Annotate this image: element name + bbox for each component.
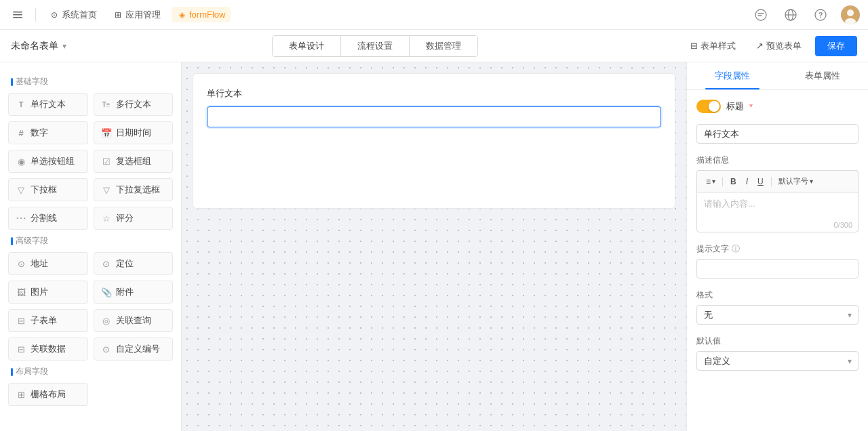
field-subtable-label: 子表单 — [31, 314, 57, 327]
tab-data-management[interactable]: 数据管理 — [410, 36, 477, 56]
nav-home-label: 系统首页 — [62, 9, 97, 21]
right-tab-table-props[interactable]: 表单属性 — [778, 62, 869, 89]
svg-rect-2 — [13, 17, 22, 18]
preview-btn[interactable]: ↗ 预览表单 — [749, 37, 808, 56]
related-data-icon: ⊟ — [16, 344, 26, 354]
form-style-label: 表单样式 — [701, 40, 736, 52]
comment-icon[interactable] — [751, 5, 770, 24]
basic-fields-grid: T 单行文本 T≡ 多行文本 # 数字 📅 日期时间 ◉ 单选按钮组 ☑ 复选框… — [8, 93, 173, 230]
tab-flow-settings[interactable]: 流程设置 — [341, 36, 410, 56]
preview-icon: ↗ — [756, 41, 764, 51]
field-number-label: 数字 — [31, 127, 48, 139]
location-icon: ⊙ — [101, 259, 112, 269]
dropdown-multi-icon: ▽ — [101, 185, 112, 195]
field-subtable[interactable]: ⊟ 子表单 — [8, 309, 88, 332]
hint-label: 提示文字 ⓘ — [696, 243, 859, 255]
nav-apps[interactable]: ⊞ 应用管理 — [108, 6, 166, 24]
home-icon: ⊙ — [50, 10, 59, 20]
form-card: 单行文本 — [193, 73, 675, 209]
right-panel-body: 标题 * 描述信息 ≡ ▾ B I — [687, 90, 868, 391]
field-grid-layout[interactable]: ⊞ 栅格布局 — [8, 383, 88, 406]
field-custom-number[interactable]: ⊙ 自定义编号 — [94, 337, 174, 361]
field-dropdown-multi[interactable]: ▽ 下拉复选框 — [94, 178, 174, 201]
hint-input[interactable] — [696, 259, 859, 279]
field-single-text-label: 单行文本 — [31, 98, 66, 110]
title-toggle[interactable] — [696, 100, 721, 113]
field-datetime-label: 日期时间 — [116, 127, 151, 139]
field-dropdown-multi-label: 下拉复选框 — [116, 184, 160, 196]
field-attachment-label: 附件 — [116, 286, 134, 298]
field-image-label: 图片 — [31, 286, 48, 298]
field-related-data[interactable]: ⊟ 关联数据 — [8, 337, 88, 361]
right-panel: 字段属性 表单属性 标题 * 描述信息 — [686, 62, 868, 431]
attachment-icon: 📎 — [101, 287, 112, 297]
field-single-text[interactable]: T 单行文本 — [8, 93, 88, 116]
field-number[interactable]: # 数字 — [8, 121, 88, 144]
nav-formflow-label: formFlow — [189, 9, 225, 20]
field-radio[interactable]: ◉ 单选按钮组 — [8, 150, 88, 173]
field-datetime[interactable]: 📅 日期时间 — [94, 121, 174, 144]
format-select[interactable]: 无 数字 邮箱 网址 手机 — [696, 305, 859, 325]
rt-align-arrow: ▾ — [712, 178, 715, 185]
section-advanced: 高级字段 — [11, 235, 173, 247]
nav-home[interactable]: ⊙ 系统首页 — [44, 6, 102, 24]
nav-divider-1 — [35, 8, 36, 22]
richtext-toolbar: ≡ ▾ B I U 默认字号 ▾ — [696, 170, 859, 192]
title-label: 标题 — [726, 100, 744, 112]
left-sidebar: 基础字段 T 单行文本 T≡ 多行文本 # 数字 📅 日期时间 ◉ 单选按钮组 — [0, 62, 182, 431]
field-rating[interactable]: ☆ 评分 — [94, 207, 174, 230]
rt-italic-btn[interactable]: I — [742, 175, 752, 188]
rt-align-btn[interactable]: ≡ ▾ — [703, 175, 719, 188]
field-dropdown[interactable]: ▽ 下拉框 — [8, 178, 88, 201]
canvas-field-input[interactable] — [207, 106, 661, 127]
hint-tooltip-icon[interactable]: ⓘ — [732, 243, 740, 255]
avatar[interactable] — [841, 5, 860, 24]
field-image[interactable]: 🖼 图片 — [8, 281, 88, 304]
rt-font-size-btn[interactable]: 默认字号 ▾ — [775, 174, 816, 188]
nav-apps-label: 应用管理 — [125, 9, 161, 21]
desc-label: 描述信息 — [696, 155, 859, 166]
rating-icon: ☆ — [101, 213, 112, 224]
title-required-mark: * — [749, 102, 753, 112]
field-multi-text[interactable]: T≡ 多行文本 — [94, 93, 174, 116]
layout-fields-grid: ⊞ 栅格布局 — [8, 383, 173, 406]
nav-formflow[interactable]: ◈ formFlow — [172, 7, 231, 22]
field-multi-text-label: 多行文本 — [116, 98, 151, 110]
help-icon[interactable]: ? — [811, 5, 830, 24]
menu-icon[interactable] — [8, 5, 27, 24]
field-query[interactable]: ◎ 关联查询 — [94, 309, 174, 332]
radio-icon: ◉ — [16, 157, 26, 167]
field-divider[interactable]: ⋯ 分割线 — [8, 207, 88, 230]
default-select[interactable]: 自定义 无 公式 — [696, 351, 859, 371]
tab-form-design[interactable]: 表单设计 — [273, 36, 341, 56]
field-location-label: 定位 — [116, 258, 134, 270]
field-location[interactable]: ⊙ 定位 — [94, 252, 174, 275]
title-toggle-row: 标题 * — [696, 100, 859, 113]
image-icon: 🖼 — [16, 287, 26, 297]
richtext-body[interactable]: 请输入内容... 0/300 — [696, 192, 859, 232]
title-input[interactable] — [696, 124, 859, 144]
right-tab-field-props[interactable]: 字段属性 — [687, 62, 778, 89]
formflow-icon: ◈ — [177, 10, 186, 20]
save-button[interactable]: 保存 — [815, 36, 857, 56]
rt-underline-btn[interactable]: U — [753, 175, 768, 188]
sub-header-center: 表单设计 流程设置 数据管理 — [75, 35, 675, 57]
globe-icon[interactable] — [781, 5, 800, 24]
default-value-label: 默认值 — [696, 335, 859, 347]
rt-bold-btn[interactable]: B — [726, 175, 741, 188]
right-panel-tabs: 字段属性 表单属性 — [687, 62, 868, 90]
format-row: 格式 无 数字 邮箱 网址 手机 — [696, 289, 859, 325]
default-value-row: 默认值 自定义 无 公式 — [696, 335, 859, 371]
divider-icon: ⋯ — [16, 213, 26, 224]
form-style-btn[interactable]: ⊟ 表单样式 — [684, 37, 743, 56]
dropdown-icon: ▽ — [16, 185, 26, 195]
field-address[interactable]: ⊙ 地址 — [8, 252, 88, 275]
multi-text-icon: T≡ — [101, 101, 112, 108]
field-attachment[interactable]: 📎 附件 — [94, 281, 174, 304]
subtable-icon: ⊟ — [16, 316, 26, 326]
form-title-arrow[interactable]: ▾ — [62, 41, 66, 51]
rt-sep-1 — [722, 177, 723, 186]
rt-font-arrow: ▾ — [810, 178, 813, 185]
svg-rect-1 — [13, 14, 22, 16]
field-checkbox[interactable]: ☑ 复选框组 — [94, 150, 174, 173]
